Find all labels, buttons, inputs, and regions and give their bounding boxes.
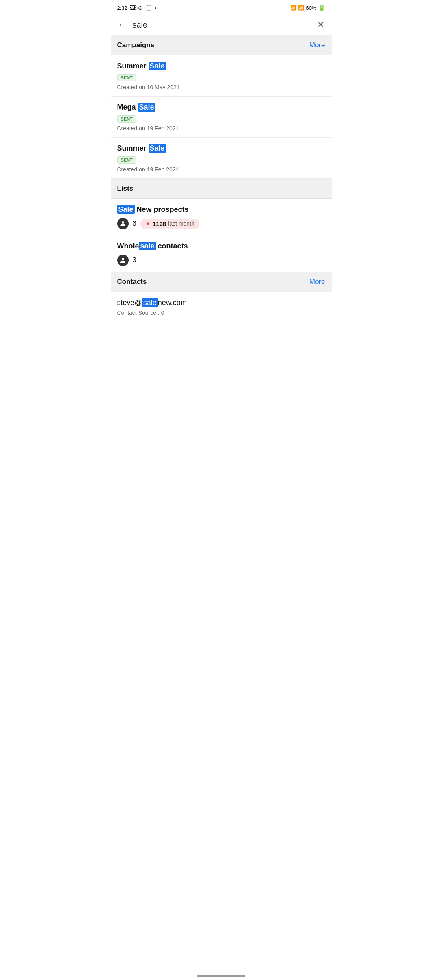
campaign-name-prefix: Summer [117, 62, 149, 70]
campaign-item[interactable]: Summer Sale SENT Created on 10 May 2021 [111, 55, 332, 97]
list-highlight: sale [139, 242, 156, 250]
trend-arrow-icon: ▼ [145, 221, 151, 227]
back-button[interactable]: ← [116, 18, 129, 32]
person-icon [117, 255, 129, 266]
list-name: Sale New prospects [117, 205, 325, 214]
clear-search-button[interactable]: ✕ [315, 18, 326, 32]
sent-badge: SENT [117, 74, 136, 81]
campaign-name: Mega Sale [117, 103, 325, 112]
battery-icon: 🔋 [318, 4, 325, 11]
svg-point-0 [122, 221, 124, 224]
trend-label: last month [168, 220, 195, 227]
list-name-suffix: contacts [156, 242, 188, 250]
list-name: Wholesale contacts [117, 242, 325, 250]
status-right: 📶 📶 60% 🔋 [290, 4, 325, 11]
email-prefix: steve@ [117, 299, 142, 307]
contact-source: Contact Source : 0 [117, 310, 325, 316]
contacts-section-title: Contacts [117, 278, 147, 286]
campaign-name-prefix: Summer [117, 144, 149, 152]
search-query[interactable]: sale [133, 20, 311, 30]
campaigns-more-button[interactable]: More [309, 41, 325, 49]
contact-item[interactable]: steve@salenew.com Contact Source : 0 [111, 292, 332, 322]
campaign-highlight: Sale [138, 103, 155, 112]
list-count: 6 [133, 220, 136, 228]
lists-section-title: Lists [117, 185, 133, 193]
person-icon [117, 218, 129, 229]
email-highlight: sale [142, 298, 158, 307]
campaign-highlight: Sale [149, 62, 166, 70]
list-stats: 6 ▼ 1198 last month [117, 218, 325, 229]
list-name-prefix: Whole [117, 242, 139, 250]
battery-percent: 60% [306, 5, 316, 11]
campaign-name: Summer Sale [117, 144, 325, 153]
sent-badge: SENT [117, 115, 136, 123]
circle-icon: ⊖ [138, 4, 143, 11]
list-item[interactable]: Wholesale contacts 3 [111, 235, 332, 272]
dot-icon: ● [155, 6, 157, 10]
list-item[interactable]: Sale New prospects 6 ▼ 1198 last month [111, 199, 332, 235]
campaigns-section-title: Campaigns [117, 41, 155, 49]
campaigns-section-header: Campaigns More [111, 35, 332, 55]
wifi-icon: 📶 [290, 5, 296, 11]
email-suffix: new.com [158, 299, 187, 307]
list-name-suffix: New prospects [135, 205, 189, 213]
contact-email: steve@salenew.com [117, 299, 325, 307]
campaign-name: Summer Sale [117, 62, 325, 70]
status-bar: 2:32 🖼 ⊖ 📋 ● 📶 📶 60% 🔋 [111, 0, 332, 15]
signal-icon: 📶 [298, 5, 304, 11]
clipboard-icon: 📋 [145, 4, 152, 11]
trend-badge: ▼ 1198 last month [140, 219, 199, 229]
campaign-date: Created on 19 Feb 2021 [117, 166, 325, 173]
lists-section-header: Lists [111, 179, 332, 199]
svg-point-1 [122, 258, 124, 260]
campaign-item[interactable]: Mega Sale SENT Created on 19 Feb 2021 [111, 97, 332, 138]
sent-badge: SENT [117, 156, 136, 164]
campaign-highlight: Sale [149, 144, 166, 153]
list-count: 3 [133, 256, 136, 264]
list-stats: 3 [117, 255, 325, 266]
list-highlight: Sale [117, 205, 135, 214]
contacts-section-header: Contacts More [111, 272, 332, 292]
status-left: 2:32 🖼 ⊖ 📋 ● [117, 4, 157, 11]
campaign-name-prefix: Mega [117, 103, 138, 111]
status-time: 2:32 [117, 5, 127, 11]
campaign-date: Created on 19 Feb 2021 [117, 125, 325, 132]
trend-number: 1198 [153, 220, 166, 227]
photo-icon: 🖼 [130, 4, 136, 11]
campaign-date: Created on 10 May 2021 [117, 84, 325, 90]
search-bar: ← sale ✕ [111, 15, 332, 35]
campaign-item[interactable]: Summer Sale SENT Created on 19 Feb 2021 [111, 138, 332, 179]
contacts-more-button[interactable]: More [309, 278, 325, 286]
